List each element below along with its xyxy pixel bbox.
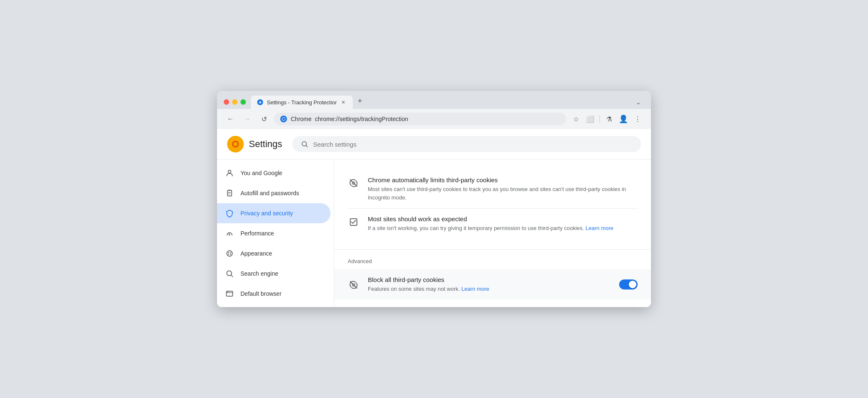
setting-item-sites-work: Most sites should work as expected If a …	[348, 209, 638, 239]
svg-point-18	[227, 292, 228, 292]
svg-point-11	[227, 251, 232, 256]
sidebar-item-performance[interactable]: Performance	[217, 223, 331, 243]
settings-section-cookies: Chrome automatically limits third-party …	[334, 160, 651, 249]
palette-icon	[225, 249, 234, 258]
settings-header: Settings	[217, 129, 651, 160]
address-bar[interactable]: Chrome chrome://settings/trackingProtect…	[274, 113, 566, 125]
chrome-logo-icon	[280, 115, 287, 123]
advanced-section: Advanced	[334, 250, 651, 269]
sidebar-item-you-and-google[interactable]: You and Google	[217, 163, 331, 183]
sidebar: You and Google Autofill and passwords	[217, 160, 334, 307]
block-cookies-icon	[348, 279, 359, 291]
title-bar: Settings - Tracking Protectior ✕ + ⌄	[217, 91, 651, 109]
back-button[interactable]: ←	[224, 112, 237, 126]
svg-point-12	[228, 252, 229, 253]
setting-item-auto-limit: Chrome automatically limits third-party …	[348, 170, 638, 208]
sidebar-item-label: Performance	[240, 230, 274, 237]
advanced-item-title: Block all third-party cookies	[368, 276, 611, 283]
search-icon	[301, 140, 308, 148]
shield-icon	[225, 209, 234, 217]
sidebar-item-label: Search engine	[240, 270, 278, 277]
advanced-item-content: Block all third-party cookies Features o…	[368, 276, 611, 293]
reload-icon: ↺	[261, 115, 267, 123]
minimize-button[interactable]	[232, 99, 238, 105]
svg-point-13	[230, 252, 231, 253]
svg-point-6	[233, 142, 238, 146]
profile-button[interactable]: 👤	[617, 112, 630, 126]
nav-bar: ← → ↺ Chrome chrome://settings/trackingP…	[217, 109, 651, 129]
svg-point-14	[228, 253, 229, 255]
active-tab[interactable]: Settings - Tracking Protectior ✕	[251, 96, 353, 109]
setting-item-content: Most sites should work as expected If a …	[368, 215, 638, 233]
nav-divider	[599, 115, 600, 123]
lab-icon: ⚗	[606, 115, 612, 123]
extensions-button[interactable]: ⬜	[584, 112, 597, 126]
lab-button[interactable]: ⚗	[602, 112, 616, 126]
advanced-learn-more-link[interactable]: Learn more	[461, 286, 489, 292]
sidebar-item-search-engine[interactable]: Search engine	[217, 264, 331, 284]
sidebar-item-privacy[interactable]: Privacy and security	[217, 203, 331, 223]
tab-favicon-icon	[257, 99, 264, 106]
clipboard-icon	[225, 189, 234, 197]
setting-title: Most sites should work as expected	[368, 215, 638, 222]
sidebar-item-default-browser[interactable]: Default browser	[217, 284, 331, 304]
chrome-brand-label: Chrome	[291, 116, 312, 122]
star-icon: ☆	[573, 115, 579, 123]
svg-point-8	[228, 170, 231, 173]
advanced-item-block-cookies: Block all third-party cookies Features o…	[334, 269, 651, 300]
main-content: Settings	[217, 129, 651, 307]
close-button[interactable]	[224, 99, 229, 105]
back-icon: ←	[227, 115, 234, 123]
new-tab-button[interactable]: +	[354, 95, 366, 107]
bookmark-button[interactable]: ☆	[569, 112, 583, 126]
svg-point-15	[230, 253, 231, 255]
setting-title: Chrome automatically limits third-party …	[368, 176, 638, 183]
sidebar-item-label: Autofill and passwords	[240, 190, 299, 196]
reload-button[interactable]: ↺	[257, 112, 271, 126]
tab-overflow-button[interactable]: ⌄	[633, 97, 644, 107]
sidebar-item-label: You and Google	[240, 170, 282, 176]
page-title: Settings	[249, 139, 282, 150]
search-bar[interactable]	[292, 136, 641, 152]
advanced-label: Advanced	[348, 258, 638, 264]
gauge-icon	[225, 229, 234, 238]
maximize-button[interactable]	[240, 99, 246, 105]
browser-icon	[225, 289, 234, 298]
sidebar-item-label: Default browser	[240, 290, 282, 297]
svg-point-3	[282, 118, 285, 120]
svg-point-10	[229, 235, 230, 236]
tab-close-button[interactable]: ✕	[340, 99, 347, 106]
content-area: You and Google Autofill and passwords	[217, 160, 651, 307]
settings-logo: Settings	[227, 136, 282, 152]
sidebar-item-autofill[interactable]: Autofill and passwords	[217, 183, 331, 203]
svg-rect-9	[227, 190, 232, 196]
setting-desc: If a site isn't working, you can try giv…	[368, 224, 638, 233]
learn-more-link[interactable]: Learn more	[586, 225, 613, 231]
advanced-item-desc: Features on some sites may not work. Lea…	[368, 285, 611, 293]
settings-logo-icon	[227, 136, 244, 152]
sidebar-item-label: Privacy and security	[240, 210, 293, 217]
setting-item-content: Chrome automatically limits third-party …	[368, 176, 638, 202]
browser-window: Settings - Tracking Protectior ✕ + ⌄ ← →…	[217, 91, 651, 307]
forward-icon: →	[244, 115, 251, 123]
search-input[interactable]	[313, 141, 633, 148]
profile-icon: 👤	[619, 114, 628, 124]
sidebar-item-label: Appearance	[240, 250, 272, 257]
no-tracking-icon	[348, 177, 359, 189]
sidebar-item-appearance[interactable]: Appearance	[217, 243, 331, 264]
person-icon	[225, 169, 234, 177]
menu-button[interactable]: ⋮	[631, 112, 644, 126]
traffic-lights	[224, 99, 246, 109]
block-cookies-toggle[interactable]	[619, 279, 638, 289]
url-text: chrome://settings/trackingProtection	[315, 116, 560, 122]
search-engine-icon	[225, 269, 234, 278]
settings-panel: Chrome automatically limits third-party …	[334, 160, 651, 307]
setting-desc: Most sites can't use third-party cookies…	[368, 185, 638, 202]
nav-actions: ☆ ⬜ ⚗ 👤 ⋮	[569, 112, 644, 126]
tab-title: Settings - Tracking Protectior	[267, 99, 337, 106]
menu-icon: ⋮	[634, 115, 641, 123]
forward-button[interactable]: →	[240, 112, 254, 126]
extensions-icon: ⬜	[586, 115, 594, 123]
checkbox-icon	[348, 216, 359, 228]
